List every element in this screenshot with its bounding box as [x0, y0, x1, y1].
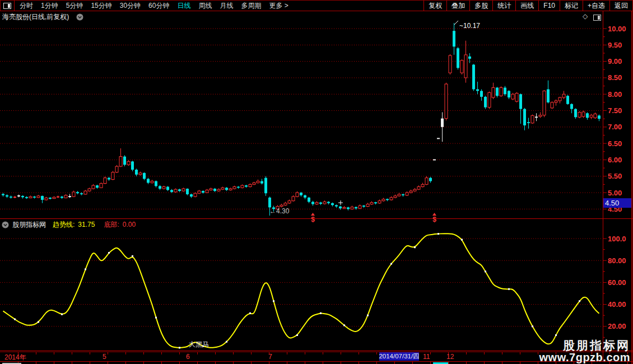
- menubar: 分时1分钟5分钟15分钟30分钟60分钟日线周线月线多周期更多 > 复权叠加多股…: [0, 0, 632, 11]
- titlebar: 海亮股份(日线,前复权) ◇: [0, 11, 632, 21]
- svg-text:40.00: 40.00: [608, 300, 626, 309]
- bottom-value: 0.00: [123, 221, 136, 228]
- frame-lines: [0, 0, 633, 364]
- menu-tool-7[interactable]: +自选: [583, 1, 609, 11]
- indicator-collapse-icon[interactable]: [2, 220, 9, 230]
- menu-period-3[interactable]: 15分钟: [91, 1, 111, 11]
- chart-area[interactable]: 10.009.509.008.508.007.507.006.506.005.5…: [0, 0, 633, 364]
- svg-text:6.00: 6.00: [608, 156, 622, 164]
- menu-tool-0[interactable]: 复权: [423, 1, 446, 11]
- indicator-header: 股朋指标网 趋势线: 31.75 底部: 0.00: [0, 220, 601, 229]
- svg-text:8.00: 8.00: [608, 90, 622, 99]
- diamond-icon[interactable]: ◇: [583, 12, 588, 20]
- title-dropdown-icon[interactable]: [76, 13, 83, 23]
- app-window: 10.009.509.008.508.007.507.006.506.005.5…: [0, 0, 633, 364]
- watermark: 股朋指标网 www.7gpzb.com: [539, 339, 630, 363]
- bottom-label: 底部:: [104, 220, 119, 230]
- watermark-url: www.7gpzb.com: [539, 352, 630, 363]
- panel-layout-icon[interactable]: [593, 13, 601, 23]
- trend-line-value: 31.75: [78, 221, 95, 228]
- menu-period-10[interactable]: 更多 >: [269, 1, 288, 11]
- svg-text:9.00: 9.00: [608, 57, 622, 66]
- sub-gridlines: 100.080.0060.0040.0020.00: [0, 235, 626, 338]
- panel-toggle-icon[interactable]: [1, 1, 15, 11]
- svg-text:7.50: 7.50: [608, 106, 622, 115]
- menu-tool-3[interactable]: 统计: [492, 1, 515, 11]
- menu-period-7[interactable]: 周线: [198, 1, 212, 11]
- svg-text:←4.30: ←4.30: [269, 207, 290, 215]
- menu-period-4[interactable]: 30分钟: [120, 1, 141, 11]
- menu-period-5[interactable]: 60分钟: [148, 1, 169, 11]
- svg-text:~10.17: ~10.17: [459, 22, 480, 30]
- candles[interactable]: [2, 23, 601, 216]
- date-label-4: 11: [423, 353, 430, 361]
- menu-tool-4[interactable]: 画线: [515, 1, 538, 11]
- svg-text:大黑马: 大黑马: [189, 340, 209, 348]
- svg-text:4.50: 4.50: [605, 199, 619, 207]
- trend-line-label: 趋势线:: [53, 220, 75, 230]
- menu-period-6[interactable]: 日线: [177, 1, 190, 11]
- period-menu: 分时1分钟5分钟15分钟30分钟60分钟日线周线月线多周期更多 >: [15, 1, 423, 11]
- svg-text:10.00: 10.00: [608, 25, 626, 33]
- date-highlight-box: 2014/07/31/四: [379, 352, 419, 361]
- svg-text:9.50: 9.50: [608, 41, 622, 49]
- watermark-site: 股朋指标网: [539, 339, 630, 351]
- stock-title: 海亮股份(日线,前复权): [2, 12, 69, 22]
- menu-period-0[interactable]: 分时: [20, 1, 33, 11]
- svg-text:5.50: 5.50: [608, 172, 622, 180]
- price-annotations: ~10.17←4.30: [269, 21, 480, 215]
- menu-tool-2[interactable]: 多股: [469, 1, 492, 11]
- menu-tool-5[interactable]: F10: [538, 1, 560, 11]
- date-label-1: 5: [103, 353, 106, 361]
- svg-text:60.00: 60.00: [608, 278, 626, 287]
- svg-text:7.00: 7.00: [608, 123, 622, 131]
- tool-menu: 复权叠加多股统计画线F10标记+自选返回: [423, 1, 632, 11]
- date-label-0: 2014年: [4, 353, 26, 362]
- menu-tool-8[interactable]: 返回: [609, 1, 632, 11]
- date-label-3: 7: [268, 353, 272, 361]
- menu-period-8[interactable]: 月线: [220, 1, 233, 11]
- svg-text:5.00: 5.00: [608, 189, 622, 197]
- date-label-2: 6: [186, 353, 190, 361]
- svg-text:20.00: 20.00: [608, 322, 626, 330]
- svg-text:6.50: 6.50: [608, 139, 622, 148]
- menu-tool-6[interactable]: 标记: [560, 1, 583, 11]
- trend-line: 大黑马: [3, 233, 599, 348]
- date-axis[interactable]: 2014年56711122014/07/31/四: [0, 351, 633, 362]
- menu-period-1[interactable]: 1分钟: [41, 1, 58, 11]
- menu-period-2[interactable]: 5分钟: [66, 1, 83, 11]
- svg-text:80.00: 80.00: [608, 256, 626, 265]
- menu-tool-1[interactable]: 叠加: [446, 1, 469, 11]
- indicator-site-label: 股朋指标网: [12, 220, 46, 230]
- price-highlight-box: 4.50: [603, 198, 631, 208]
- menu-period-9[interactable]: 多周期: [241, 1, 261, 11]
- date-label-5: 12: [446, 353, 454, 361]
- svg-text:8.50: 8.50: [608, 73, 622, 82]
- svg-text:100.0: 100.0: [608, 235, 626, 243]
